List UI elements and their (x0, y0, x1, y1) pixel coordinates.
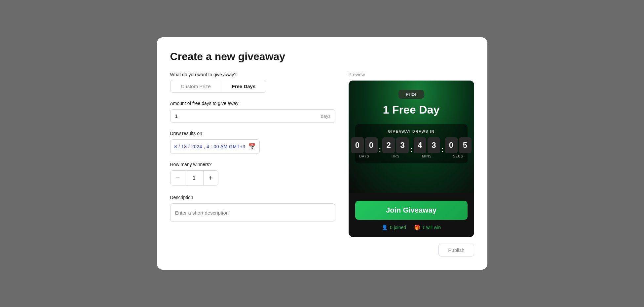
draw-label: Draw results on (170, 131, 335, 136)
draw-results-wrap: 8 / 13 / 2024 , 4 : 00 AM GMT+3 📅 (170, 139, 335, 154)
preview-label: Preview (349, 72, 474, 77)
form-right: Preview Prize 1 Free Day GIVEAWAY DRAWS … (349, 72, 474, 237)
publish-row: Publish (170, 244, 474, 256)
secs-label: SECS (453, 154, 463, 158)
main-card: Create a new giveaway What do you want t… (157, 37, 487, 270)
free-days-button[interactable]: Free Days (221, 80, 266, 92)
what-label: What do you want to give away? (170, 72, 335, 77)
form-section: What do you want to give away? Custom Pr… (170, 72, 474, 237)
calendar-icon[interactable]: 📅 (248, 143, 255, 150)
form-left: What do you want to give away? Custom Pr… (170, 72, 335, 222)
countdown-label: GIVEAWAY DRAWS IN (361, 129, 462, 133)
person-icon: 👤 (382, 224, 388, 230)
colon-2: : (410, 142, 412, 154)
winners-stepper: − 1 + (170, 170, 218, 186)
amount-suffix: days (321, 114, 331, 119)
winners-value: 1 (185, 171, 204, 185)
join-giveaway-button[interactable]: Join Giveaway (355, 201, 468, 220)
description-label: Description (170, 195, 335, 200)
amount-input[interactable] (170, 109, 335, 123)
hrs-group: 2 3 HRS (382, 137, 409, 158)
publish-button[interactable]: Publish (438, 244, 474, 256)
hr-digit-1: 2 (382, 137, 395, 153)
preview-card: Prize 1 Free Day GIVEAWAY DRAWS IN 0 0 (349, 81, 474, 237)
sec-digit-1: 0 (445, 137, 458, 153)
description-input[interactable] (170, 203, 335, 222)
winners-wrap: − 1 + (170, 170, 335, 186)
prize-type-toggle: Custom Prize Free Days (170, 80, 267, 93)
mins-digits: 4 3 (414, 137, 440, 153)
preview-top: Prize 1 Free Day GIVEAWAY DRAWS IN 0 0 (349, 81, 474, 193)
days-digits: 0 0 (351, 137, 378, 153)
preview-badge: Prize (398, 90, 424, 99)
hrs-digits: 2 3 (382, 137, 409, 153)
amount-label: Amount of free days to give away (170, 101, 335, 106)
days-label: DAYS (359, 154, 369, 158)
hr-digit-2: 3 (396, 137, 409, 153)
mins-group: 4 3 MINS (414, 137, 440, 158)
amount-field-wrap: days (170, 109, 335, 123)
joined-stat: 👤 0 joined (382, 224, 406, 230)
preview-prize-title: 1 Free Day (383, 103, 440, 116)
min-digit-1: 4 (414, 137, 426, 153)
min-digit-2: 3 (428, 137, 440, 153)
hrs-label: HRS (392, 154, 399, 158)
day-digit-2: 0 (365, 137, 378, 153)
will-win-stat: 🎁 1 will win (414, 224, 441, 230)
date-field[interactable]: 8 / 13 / 2024 , 4 : 00 AM GMT+3 📅 (170, 139, 260, 154)
mins-label: MINS (422, 154, 432, 158)
preview-bottom: Join Giveaway 👤 0 joined 🎁 1 will win (349, 193, 474, 237)
will-win-count: 1 will win (422, 225, 441, 230)
countdown-box: GIVEAWAY DRAWS IN 0 0 DAYS : (355, 124, 468, 163)
countdown-digits: 0 0 DAYS : 2 3 (361, 137, 462, 158)
day-digit-1: 0 (351, 137, 364, 153)
page-title: Create a new giveaway (170, 51, 474, 63)
winners-label: How many winners? (170, 162, 335, 167)
joined-count: 0 joined (390, 225, 406, 230)
secs-digits: 0 5 (445, 137, 472, 153)
sec-digit-2: 5 (459, 137, 472, 153)
stats-row: 👤 0 joined 🎁 1 will win (382, 224, 441, 230)
draw-date-text: 8 / 13 / 2024 , 4 : 00 AM GMT+3 (174, 144, 246, 149)
days-group: 0 0 DAYS (351, 137, 378, 158)
increment-button[interactable]: + (204, 171, 218, 185)
gift-icon: 🎁 (414, 224, 420, 230)
custom-prize-button[interactable]: Custom Prize (170, 80, 221, 92)
secs-group: 0 5 SECS (445, 137, 472, 158)
colon-3: : (441, 142, 444, 154)
colon-1: : (379, 142, 381, 154)
decrement-button[interactable]: − (170, 171, 185, 185)
description-wrap (170, 203, 335, 222)
